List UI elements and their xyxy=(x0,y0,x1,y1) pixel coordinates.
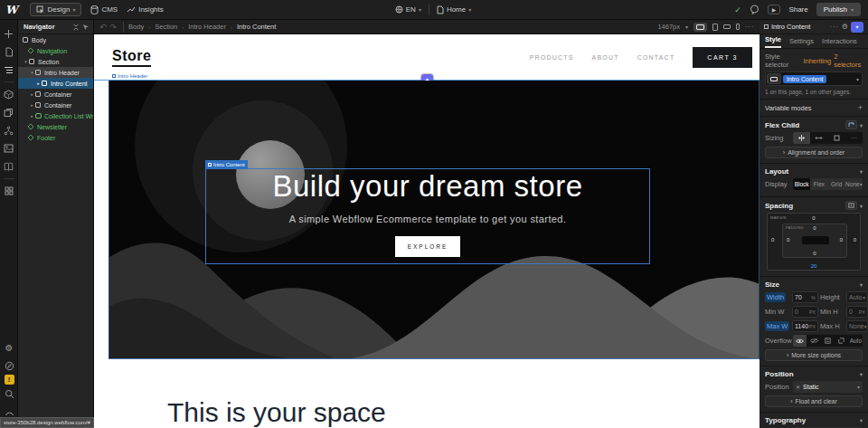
padding-left-value[interactable]: 0 xyxy=(787,237,789,243)
spacing-widget[interactable]: MARGIN 0 0 0 20 PADDING 0 0 0 0 xyxy=(767,213,861,271)
display-flex-option[interactable]: Flex xyxy=(810,178,827,190)
nav-link-contact[interactable]: CONTACT xyxy=(637,54,675,61)
margin-right-value[interactable]: 0 xyxy=(854,237,856,243)
pin-navigator-icon[interactable] xyxy=(82,24,90,31)
intro-header-tag[interactable]: Intro Header xyxy=(112,73,147,79)
navigator-item-navigation[interactable]: Navigation xyxy=(18,45,93,56)
webflow-logo-icon[interactable]: W xyxy=(5,4,17,16)
height-input[interactable]: Auto▾ xyxy=(846,291,868,303)
overflow-clip-icon[interactable] xyxy=(835,335,848,347)
navigator-item-intro-content[interactable]: ▸ Intro Content xyxy=(18,78,93,89)
components-icon[interactable] xyxy=(2,87,16,101)
settings-icon[interactable]: ⚙ xyxy=(2,340,16,355)
position-dropdown[interactable]: ✕ Static ▾ xyxy=(793,381,863,393)
nav-link-about[interactable]: ABOUT xyxy=(592,54,619,61)
phone-portrait-icon[interactable] xyxy=(736,24,740,30)
share-button[interactable]: Share xyxy=(788,5,807,14)
caret-right-icon[interactable]: ▸ xyxy=(29,91,35,97)
breadcrumb-intro-header[interactable]: Intro Header xyxy=(188,23,226,31)
clear-icon[interactable]: ✕ xyxy=(796,384,800,390)
ai-assistant-button[interactable]: ✦ xyxy=(851,22,863,33)
navigator-item-container-2[interactable]: ▸ Container xyxy=(18,100,93,110)
element-more-icon[interactable]: ··· xyxy=(830,24,839,30)
overflow-auto-option[interactable]: Auto xyxy=(849,335,863,347)
overflow-scroll-icon[interactable] xyxy=(821,335,835,347)
display-segmented-control[interactable]: Block Flex Grid None▾ xyxy=(793,178,863,190)
nav-link-products[interactable]: PRODUCTS xyxy=(530,54,574,61)
overflow-visible-icon[interactable] xyxy=(793,335,807,347)
padding-widget[interactable]: PADDING 0 0 0 0 xyxy=(782,224,847,258)
padding-bottom-value[interactable]: 0 xyxy=(783,251,846,256)
phone-landscape-icon[interactable] xyxy=(723,24,731,29)
max-height-input[interactable]: None▾ xyxy=(846,320,868,332)
display-grid-option[interactable]: Grid xyxy=(828,178,845,190)
redo-icon[interactable]: ↷ xyxy=(110,23,118,32)
canvas-width-value[interactable]: 1467px xyxy=(657,23,680,31)
padding-right-value[interactable]: 0 xyxy=(840,237,843,243)
next-section[interactable]: This is your space xyxy=(94,359,760,428)
caret-right-icon[interactable]: ▸ xyxy=(29,102,35,108)
pages-icon[interactable] xyxy=(2,44,16,59)
add-variable-mode-icon[interactable]: + xyxy=(858,103,863,112)
navigator-item-section[interactable]: ▾ Section xyxy=(18,56,93,67)
libraries-icon[interactable] xyxy=(2,159,16,174)
selector-count[interactable]: 2 selectors xyxy=(834,52,863,69)
sizing-segmented-control[interactable]: ··· xyxy=(793,132,863,144)
intro-content-tag[interactable]: Intro Content xyxy=(205,160,248,169)
help-icon[interactable] xyxy=(2,358,16,373)
sizing-shrink-icon[interactable] xyxy=(793,132,810,144)
caret-down-icon[interactable]: ▾ xyxy=(29,70,35,75)
collapse-section-icon[interactable]: ▾ xyxy=(860,281,863,288)
class-pill[interactable]: Intro Content xyxy=(783,75,826,83)
update-warning-icon[interactable]: ! xyxy=(5,375,14,385)
apps-icon[interactable] xyxy=(2,184,16,198)
breadcrumb-body[interactable]: Body xyxy=(128,23,144,31)
collapse-section-icon[interactable]: ▾ xyxy=(860,168,863,175)
chevron-down-icon[interactable]: ▾ xyxy=(856,76,859,82)
explore-button[interactable]: EXPLORE xyxy=(395,236,461,257)
page-switcher[interactable]: Home ▾ xyxy=(437,5,471,14)
cart-button[interactable]: CART 3 xyxy=(693,47,752,68)
insights-button[interactable]: Insights xyxy=(127,5,164,14)
min-height-input[interactable]: 0PX xyxy=(846,306,868,318)
caret-down-icon[interactable]: ▾ xyxy=(23,59,29,64)
hero-heading[interactable]: Build your dream store xyxy=(273,169,583,204)
overflow-hidden-icon[interactable] xyxy=(807,335,820,347)
canvas-viewport[interactable]: Store PRODUCTS ABOUT CONTACT CART 3 Intr… xyxy=(94,34,760,428)
collapse-section-icon[interactable]: ▾ xyxy=(860,371,863,377)
tab-interactions[interactable]: Interactions xyxy=(822,37,857,48)
navigator-item-container-1[interactable]: ▸ Container xyxy=(18,89,93,100)
store-logo[interactable]: Store xyxy=(112,48,151,67)
navigator-item-newsletter[interactable]: Newsletter xyxy=(18,121,93,132)
display-none-option[interactable]: None▾ xyxy=(845,178,863,190)
site-header[interactable]: Store PRODUCTS ABOUT CONTACT CART 3 xyxy=(94,34,760,80)
assets-icon[interactable] xyxy=(2,141,16,156)
float-clear-button[interactable]: › Float and clear xyxy=(765,395,863,407)
padding-top-value[interactable]: 0 xyxy=(783,225,846,231)
breakpoint-desktop-button[interactable] xyxy=(693,23,707,32)
margin-left-value[interactable]: 0 xyxy=(771,237,774,243)
element-settings-icon[interactable]: ⚙ xyxy=(842,23,848,31)
max-width-input[interactable]: 1140PX xyxy=(792,320,818,332)
inheriting-label[interactable]: Inheriting xyxy=(803,57,831,65)
more-size-options-button[interactable]: › More size options xyxy=(765,349,863,361)
search-icon[interactable] xyxy=(2,386,16,401)
navigator-item-body[interactable]: Body xyxy=(18,34,93,45)
breadcrumb-intro-content[interactable]: Intro Content xyxy=(237,23,276,31)
design-mode-button[interactable]: Design ▾ xyxy=(30,3,81,16)
undo-icon[interactable]: ↶ xyxy=(99,23,107,32)
alignment-order-button[interactable]: › Alignment and order xyxy=(765,147,863,158)
navigator-item-intro-header[interactable]: ▾ Intro Header xyxy=(18,67,93,78)
class-selector-input[interactable]: Intro Content ▾ xyxy=(765,71,863,86)
breadcrumb-section[interactable]: Section xyxy=(155,23,177,31)
overflow-segmented-control[interactable]: Auto xyxy=(793,335,863,347)
hero-subtitle[interactable]: A simple Webflow Ecommerce template to g… xyxy=(289,214,567,224)
caret-right-icon[interactable]: ▸ xyxy=(29,113,35,119)
sizing-custom-icon[interactable]: ··· xyxy=(845,132,863,144)
breakpoint-indicator-icon[interactable] xyxy=(767,73,781,84)
tab-settings[interactable]: Settings xyxy=(789,37,814,48)
spacing-options-icon[interactable] xyxy=(845,201,857,210)
caret-right-icon[interactable]: ▸ xyxy=(35,81,42,86)
tab-style[interactable]: Style xyxy=(765,35,781,48)
navigator-item-footer[interactable]: Footer xyxy=(18,132,93,143)
